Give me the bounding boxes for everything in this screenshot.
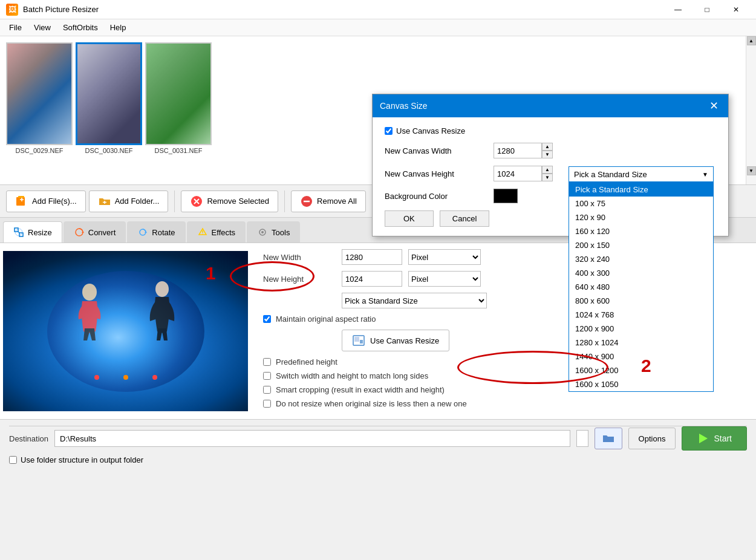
tab-effects-label: Effects: [212, 228, 236, 237]
svg-point-20: [202, 233, 203, 235]
do-not-resize-checkbox[interactable]: [263, 400, 271, 408]
canvas-width-up[interactable]: ▲: [542, 143, 553, 151]
add-files-button[interactable]: Add File(s)...: [6, 190, 86, 212]
dropdown-option-13[interactable]: 1600 x 1200: [569, 363, 713, 377]
svg-rect-1: [18, 196, 24, 198]
close-button[interactable]: ✕: [722, 0, 750, 19]
bg-color-label: Background Color: [385, 192, 494, 201]
do-not-resize-label: Do not resize when original size is less…: [276, 399, 467, 408]
height-unit-select[interactable]: Pixel Percent: [408, 271, 481, 287]
app-icon: 🖼: [6, 4, 18, 16]
remove-all-button[interactable]: Remove All: [291, 190, 366, 212]
smart-cropping-label: Smart cropping (result in exact width an…: [276, 385, 445, 394]
thumbnail-item[interactable]: DSC_0029.NEF: [6, 42, 73, 154]
add-folder-icon: [98, 195, 111, 208]
maintain-aspect-checkbox[interactable]: [263, 315, 271, 323]
dropdown-option-7[interactable]: 640 x 480: [569, 280, 713, 294]
new-width-input[interactable]: [342, 249, 402, 265]
thumbnail-item-2[interactable]: DSC_0030.NEF: [76, 42, 142, 154]
use-canvas-resize-checkbox[interactable]: [385, 127, 393, 135]
canvas-width-down[interactable]: ▼: [542, 151, 553, 158]
dropdown-option-8[interactable]: 800 x 600: [569, 294, 713, 308]
minimize-button[interactable]: —: [664, 0, 692, 19]
destination-dropdown[interactable]: ▼: [576, 430, 588, 447]
canvas-height-input[interactable]: 1024: [494, 166, 542, 181]
dropdown-option-12[interactable]: 1440 x 900: [569, 350, 713, 363]
dropdown-option-10[interactable]: 1200 x 900: [569, 322, 713, 336]
dialog-ok-button[interactable]: OK: [385, 210, 434, 227]
preview-container: [3, 251, 248, 411]
canvas-height-up[interactable]: ▲: [542, 166, 553, 174]
dropdown-option-0[interactable]: Pick a Standard Size: [569, 183, 713, 197]
svg-point-24: [155, 281, 169, 297]
tab-effects[interactable]: Effects: [187, 221, 246, 243]
use-canvas-resize-button[interactable]: Use Canvas Resize: [342, 330, 449, 351]
browse-folder-icon: [602, 432, 615, 445]
scrollbar[interactable]: ▲ ▼: [746, 36, 756, 184]
dialog-title: Canvas Size: [380, 101, 428, 111]
menu-help[interactable]: Help: [104, 21, 132, 34]
dropdown-option-3[interactable]: 160 x 120: [569, 224, 713, 238]
predefined-height-checkbox[interactable]: [263, 358, 271, 366]
start-button[interactable]: Start: [682, 426, 747, 451]
dropdown-option-9[interactable]: 1024 x 768: [569, 308, 713, 322]
remove-selected-icon: [190, 195, 203, 208]
dropdown-option-6[interactable]: 400 x 300: [569, 266, 713, 280]
folder-structure-checkbox[interactable]: [9, 456, 17, 464]
dropdown-option-2[interactable]: 120 x 90: [569, 210, 713, 224]
thumbnail-image-2: [76, 42, 142, 145]
standard-size-select[interactable]: Pick a Standard Size 100 x 75 800 x 600 …: [342, 293, 487, 308]
thumbnail-item-3[interactable]: DSC_0031.NEF: [145, 42, 212, 154]
bg-color-picker[interactable]: [494, 189, 518, 203]
toolbar-sep-2: [284, 190, 285, 212]
smart-cropping-checkbox[interactable]: [263, 386, 271, 394]
browse-folder-button[interactable]: [595, 428, 622, 449]
tab-rotate[interactable]: Rotate: [127, 221, 185, 243]
new-height-input[interactable]: [342, 271, 402, 287]
tab-resize-label: Resize: [28, 228, 52, 237]
options-button[interactable]: Options: [628, 428, 676, 449]
tab-resize[interactable]: Resize: [3, 221, 62, 243]
maximize-button[interactable]: □: [693, 0, 721, 19]
use-canvas-resize-label: Use Canvas Resize: [396, 126, 465, 135]
canvas-btn-label: Use Canvas Resize: [370, 336, 439, 345]
add-folder-button[interactable]: Add Folder...: [89, 190, 169, 212]
switch-width-height-checkbox[interactable]: [263, 372, 271, 380]
standard-size-dropdown[interactable]: Pick a Standard Size ▼: [569, 166, 714, 182]
dropdown-option-5[interactable]: 320 x 240: [569, 252, 713, 266]
new-height-label: New Height: [263, 275, 342, 284]
destination-input[interactable]: [54, 430, 570, 447]
canvas-height-down[interactable]: ▼: [542, 174, 553, 181]
svg-point-22: [261, 231, 264, 233]
remove-selected-label: Remove Selected: [207, 197, 269, 206]
dialog-cancel-button[interactable]: Cancel: [440, 210, 489, 227]
menu-softorbits[interactable]: SoftOrbits: [57, 21, 104, 34]
folder-structure-label: Use folder structure in output folder: [21, 455, 143, 464]
tab-convert[interactable]: Convert: [64, 221, 126, 243]
toolbar-sep-1: [174, 190, 175, 212]
left-preview: [0, 243, 251, 419]
thumbnail-strip: DSC_0029.NEF DSC_0030.NEF DSC_0031.NEF: [0, 36, 375, 181]
dropdown-option-14[interactable]: 1600 x 1050: [569, 377, 713, 391]
preview-image: [3, 251, 248, 411]
width-unit-select[interactable]: Pixel Percent: [408, 249, 481, 265]
canvas-width-input[interactable]: 1280: [494, 143, 542, 158]
menu-file[interactable]: File: [3, 21, 28, 34]
svg-marker-27: [699, 434, 708, 443]
dropdown-option-4[interactable]: 200 x 150: [569, 238, 713, 252]
thumbnail-label-3: DSC_0031.NEF: [155, 147, 203, 154]
canvas-btn-icon: [352, 334, 365, 347]
remove-selected-button[interactable]: Remove Selected: [181, 190, 278, 212]
menu-view[interactable]: View: [28, 21, 57, 34]
tab-tools[interactable]: Tools: [247, 221, 300, 243]
tab-rotate-icon: [137, 227, 148, 238]
dropdown-option-1[interactable]: 100 x 75: [569, 197, 713, 210]
thumbnail-image-1: [6, 42, 73, 145]
tab-resize-icon: [13, 227, 24, 238]
add-folder-label: Add Folder...: [115, 197, 160, 206]
svg-rect-26: [354, 337, 359, 342]
tab-rotate-label: Rotate: [152, 228, 175, 237]
dropdown-option-11[interactable]: 1280 x 1024: [569, 336, 713, 350]
canvas-height-label: New Canvas Height: [385, 169, 494, 178]
dialog-close-button[interactable]: ✕: [707, 99, 721, 112]
